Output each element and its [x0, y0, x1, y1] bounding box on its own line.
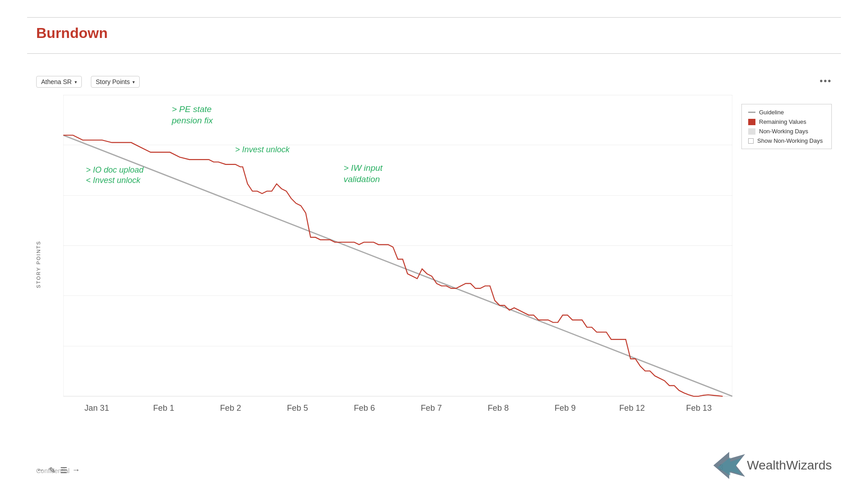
brand-arrow-icon — [713, 452, 745, 479]
nav-edit-icon[interactable]: ✎ — [49, 465, 56, 475]
bottom-divider — [27, 53, 841, 54]
svg-text:Jan 31: Jan 31 — [85, 403, 109, 413]
svg-text:Feb 12: Feb 12 — [619, 403, 645, 413]
remaining-swatch — [748, 119, 755, 125]
legend-remaining: Remaining Values — [748, 118, 825, 125]
legend-nonworking-label: Non-Working Days — [759, 128, 808, 135]
brand-logo: WealthWizards — [713, 452, 832, 479]
svg-text:Feb 13: Feb 13 — [686, 403, 712, 413]
more-options-button[interactable]: ••• — [820, 76, 832, 86]
show-nonworking-label: Show Non-Working Days — [757, 137, 823, 144]
page-title: Burndown — [36, 25, 108, 42]
sprint-dropdown[interactable]: Athena SR — [36, 76, 82, 88]
nav-icons: ← ✎ ☰ → — [36, 465, 80, 475]
burndown-chart-svg: 0 10 20 30 40 50 60 Jan 31 Feb 1 Feb 2 F… — [63, 95, 732, 416]
svg-text:Feb 2: Feb 2 — [220, 403, 241, 413]
guideline-swatch — [748, 112, 755, 113]
annotation-invest-unlock: > Invest unlock — [235, 145, 290, 155]
chart-area: STORY POINTS Guideline Remaining Values … — [36, 95, 832, 434]
svg-text:Feb 8: Feb 8 — [488, 403, 509, 413]
legend-show-nonworking[interactable]: Show Non-Working Days — [748, 137, 825, 144]
top-divider — [27, 17, 841, 18]
chart-legend: Guideline Remaining Values Non-Working D… — [741, 104, 832, 149]
legend-remaining-label: Remaining Values — [759, 118, 807, 125]
svg-text:Feb 7: Feb 7 — [421, 403, 442, 413]
annotation-io-doc: > IO doc upload< Invest unlock — [86, 165, 144, 186]
nav-back-icon[interactable]: ← — [36, 465, 44, 475]
legend-guideline-label: Guideline — [759, 109, 784, 116]
metric-dropdown[interactable]: Story Points — [91, 76, 140, 88]
legend-guideline: Guideline — [748, 109, 825, 116]
show-nonworking-checkbox[interactable] — [748, 138, 754, 144]
svg-text:Feb 1: Feb 1 — [153, 403, 175, 413]
controls-bar: Athena SR Story Points — [36, 76, 140, 88]
svg-text:Feb 6: Feb 6 — [354, 403, 375, 413]
legend-nonworking: Non-Working Days — [748, 128, 825, 135]
y-axis-label: STORY POINTS — [36, 240, 41, 288]
nav-forward-icon[interactable]: → — [72, 465, 80, 475]
nav-list-icon[interactable]: ☰ — [60, 465, 67, 475]
brand-name: WealthWizards — [747, 458, 832, 473]
svg-text:Feb 9: Feb 9 — [555, 403, 576, 413]
svg-text:Feb 5: Feb 5 — [287, 403, 308, 413]
annotation-iw-input: > IW inputvalidation — [344, 163, 382, 185]
nonworking-swatch — [748, 128, 755, 135]
annotation-pe-pension: > PE statepension fix — [172, 104, 213, 126]
